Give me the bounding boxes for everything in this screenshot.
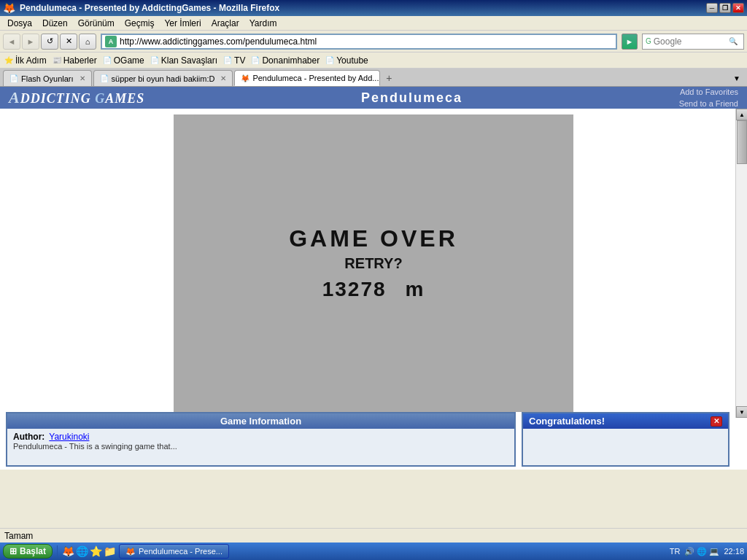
author-value[interactable]: Yarukinoki	[49, 432, 89, 442]
tab-icon: 📄	[9, 74, 18, 82]
description-text: Pendulumeca - This is a swinging game th…	[13, 442, 177, 451]
menu-gorunum[interactable]: Görünüm	[74, 17, 119, 30]
tab-bar: 📄 Flash Oyunları ✕ 📄 süpper bi oyun hadi…	[0, 69, 747, 86]
congrats-title-bar: Congratulations! ✕	[523, 413, 728, 429]
toolbar: ◄ ► ↺ ✕ ⌂ A ► G 🔍	[0, 31, 747, 52]
site-favicon: A	[105, 36, 117, 47]
page-icon: 📄	[251, 56, 260, 64]
menu-yardim[interactable]: Yardım	[245, 17, 282, 30]
retry-text[interactable]: RETRY?	[344, 255, 402, 272]
forward-button[interactable]: ►	[22, 34, 39, 50]
tab-list-button[interactable]: ▼	[729, 70, 744, 86]
ag-header: ADDICTING GAMES Pendulumeca Add to Favor…	[0, 87, 747, 109]
start-button[interactable]: ⊞ Başlat	[3, 544, 53, 559]
bookmark-tv[interactable]: 📄 TV	[223, 55, 245, 66]
menu-araclar[interactable]: Araçlar	[207, 17, 244, 30]
menu-gecmis[interactable]: Geçmiş	[120, 17, 159, 30]
tab-supper[interactable]: 📄 süpper bi oyun hadi bakiim:D ✕	[93, 70, 233, 86]
scroll-thumb[interactable]	[737, 120, 747, 164]
game-info-panel: Game Information Author: Yarukinoki Pend…	[6, 412, 516, 467]
scroll-down-button[interactable]: ▼	[736, 406, 747, 418]
bookmark-youtube[interactable]: 📄 Youtube	[325, 55, 368, 66]
bookmark-label: TV	[234, 55, 245, 66]
browser-content: ADDICTING GAMES Pendulumeca Add to Favor…	[0, 86, 747, 470]
language-indicator: TR	[670, 547, 681, 556]
system-tray-icons: 🔊 🌐 💻	[684, 547, 719, 556]
title-bar: 🦊 Pendulumeca - Presented by AddictingGa…	[0, 0, 747, 16]
tab-icon: 📄	[100, 74, 109, 82]
menu-duzen[interactable]: Düzen	[38, 17, 72, 30]
bookmark-label: Youtube	[336, 55, 368, 66]
game-area[interactable]: GAME OVER RETRY? 13278 m	[174, 114, 573, 412]
bookmark-haberler[interactable]: 📰 Haberler	[53, 55, 97, 66]
ag-logo-second: G	[91, 91, 106, 106]
quick-launch: 🦊 🌐 ⭐ 📁	[62, 545, 116, 557]
taskbar-pendulumeca[interactable]: 🦊 Pendulumeca - Prese...	[119, 544, 229, 559]
search-input[interactable]	[654, 36, 727, 47]
score-value: 13278	[322, 278, 387, 300]
taskbar-item-label: Pendulumeca - Prese...	[139, 547, 222, 556]
feed-icon: 📰	[53, 56, 61, 64]
window-controls: ─ ❐ ✕	[706, 3, 744, 13]
ag-logo-rest: AMES	[105, 91, 144, 106]
firefox-icon: 🦊	[3, 2, 15, 14]
tab-pendulumeca[interactable]: 🦊 Pendulumeca - Presented by Add... ✕	[234, 70, 380, 86]
quick-launch-icon2[interactable]: 🌐	[76, 545, 88, 557]
author-row: Author: Yarukinoki	[13, 432, 508, 442]
go-button[interactable]: ►	[622, 34, 638, 50]
stop-button[interactable]: ✕	[60, 34, 77, 50]
page-icon: 📄	[150, 56, 159, 64]
status-text: Tamam	[4, 531, 33, 541]
url-input[interactable]	[120, 36, 613, 47]
taskbar-divider	[57, 545, 58, 557]
taskbar: ⊞ Başlat 🦊 🌐 ⭐ 📁 🦊 Pendulumeca - Prese..…	[0, 542, 747, 560]
home-button[interactable]: ⌂	[79, 34, 96, 50]
bookmark-donanimhaber[interactable]: 📄 Donanimhaber	[251, 55, 320, 66]
bookmark-ilk-adim[interactable]: ⭐ İlk Adım	[4, 55, 47, 66]
congrats-close-button[interactable]: ✕	[711, 416, 722, 427]
bookmark-ogame[interactable]: 📄 OGame	[103, 55, 144, 66]
search-button[interactable]: 🔍	[727, 35, 740, 48]
search-bar: G 🔍	[642, 34, 744, 50]
quick-launch-icon4[interactable]: 📁	[104, 545, 116, 557]
ag-logo: ADDICTING GAMES	[9, 88, 144, 107]
game-info-title: Game Information	[7, 413, 514, 429]
close-button[interactable]: ✕	[732, 3, 744, 13]
scroll-up-button[interactable]: ▲	[736, 109, 747, 120]
game-wrapper: ▲ ▼ GAME OVER RETRY? 13278 m	[0, 109, 747, 418]
taskbar-item-icon: 🦊	[125, 547, 136, 556]
google-icon: G	[646, 37, 651, 45]
taskbar-right: TR 🔊 🌐 💻 22:18	[670, 547, 744, 556]
congrats-body	[523, 429, 728, 465]
back-button[interactable]: ◄	[3, 34, 20, 50]
tab-close-button[interactable]: ✕	[220, 74, 226, 82]
menu-bar: Dosya Düzen Görünüm Geçmiş Yer İmleri Ar…	[0, 16, 747, 31]
quick-launch-icon3[interactable]: ⭐	[90, 545, 102, 557]
status-bar: Tamam	[0, 528, 747, 542]
bookmark-label: OGame	[114, 55, 144, 66]
clock: 22:18	[724, 547, 744, 556]
ag-game-title: Pendulumeca	[144, 90, 678, 106]
ag-actions: Add to Favorites Send to a Friend	[679, 86, 738, 110]
bookmark-klan[interactable]: 📄 Klan Savaşları	[150, 55, 217, 66]
minimize-button[interactable]: ─	[706, 3, 718, 13]
bookmark-label: Donanimhaber	[262, 55, 320, 66]
tab-close-button[interactable]: ✕	[80, 74, 85, 82]
bottom-panels: Game Information Author: Yarukinoki Pend…	[0, 409, 735, 470]
add-to-favorites-link[interactable]: Add to Favorites	[679, 86, 738, 98]
refresh-button[interactable]: ↺	[41, 34, 58, 50]
score-display: 13278 m	[322, 278, 425, 301]
restore-button[interactable]: ❐	[719, 3, 731, 13]
tab-label: Pendulumeca - Presented by Add...	[252, 74, 379, 82]
quick-launch-icon[interactable]: 🦊	[62, 545, 74, 557]
start-label: Başlat	[20, 546, 46, 556]
scrollbar[interactable]: ▲ ▼	[735, 109, 747, 418]
menu-dosya[interactable]: Dosya	[3, 17, 36, 30]
new-tab-button[interactable]: +	[382, 70, 396, 86]
page-icon: 📄	[223, 56, 232, 64]
menu-yer-imleri[interactable]: Yer İmleri	[160, 17, 205, 30]
game-over-text: GAME OVER	[289, 225, 458, 252]
bookmarks-bar: ⭐ İlk Adım 📰 Haberler 📄 OGame 📄 Klan Sav…	[0, 52, 747, 69]
tab-flash-oyunlari[interactable]: 📄 Flash Oyunları ✕	[3, 70, 92, 86]
tab-icon: 🦊	[241, 74, 249, 82]
